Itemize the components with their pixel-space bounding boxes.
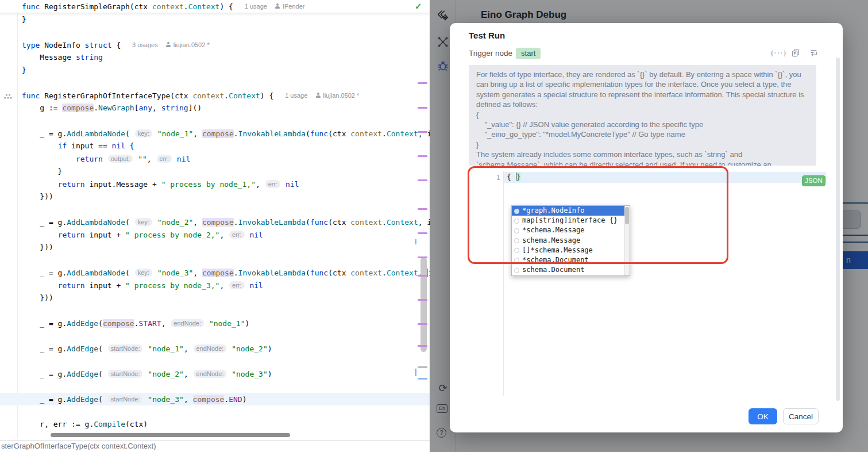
code-line[interactable] bbox=[0, 203, 430, 216]
code-token: ) { bbox=[219, 2, 237, 11]
modal-title: Test Run bbox=[469, 30, 505, 40]
code-token: func bbox=[310, 269, 328, 277]
screen: func RegisterSimpleGraph(ctx context.Con… bbox=[0, 0, 868, 452]
trigger-node-badge[interactable]: start bbox=[516, 48, 541, 59]
code-token bbox=[227, 344, 232, 353]
code-token: })) bbox=[22, 243, 53, 251]
parameter-hint-chip: err: bbox=[229, 281, 245, 289]
code-line[interactable]: _ = g.AddLambdaNode( key: "node_2", comp… bbox=[0, 216, 430, 228]
code-line[interactable]: return output: "", err: nil bbox=[0, 152, 430, 165]
import-icon[interactable] bbox=[809, 48, 819, 58]
code-token: . bbox=[184, 2, 188, 11]
autocomplete-item[interactable]: schema.Document bbox=[512, 265, 630, 275]
format-json-icon[interactable]: {···} bbox=[773, 48, 783, 58]
modal-scrollbar[interactable] bbox=[836, 58, 840, 401]
code-line[interactable] bbox=[0, 355, 430, 367]
code-token: , bbox=[193, 218, 202, 227]
parameter-hint-chip: key: bbox=[135, 218, 152, 226]
code-line[interactable]: _ = g.AddEdge( startNode: "node_3", comp… bbox=[0, 393, 430, 405]
code-token: compose bbox=[202, 269, 234, 277]
autocomplete-item[interactable]: []*schema.Message bbox=[512, 246, 630, 255]
code-line[interactable]: })) bbox=[0, 241, 430, 254]
code-token: RegisterGraphOfInterfaceType( bbox=[44, 91, 175, 100]
autocomplete-scrollbar-thumb[interactable] bbox=[625, 207, 629, 224]
code-line[interactable] bbox=[0, 304, 430, 317]
autocomplete-item[interactable]: *graph.NodeInfo bbox=[512, 206, 630, 216]
code-token: return bbox=[58, 281, 85, 290]
code-line[interactable] bbox=[0, 380, 430, 393]
code-token: input.Message + bbox=[85, 180, 161, 189]
code-line[interactable]: return input.Message + " process by node… bbox=[0, 178, 430, 190]
code-line[interactable] bbox=[0, 114, 430, 127]
vcs-change-marker bbox=[418, 155, 427, 157]
code-line[interactable]: return input + " process by node_3,", er… bbox=[0, 279, 430, 292]
code-token: ( bbox=[125, 269, 134, 277]
code-token: START bbox=[139, 319, 161, 328]
parameter-hint-chip: startNode: bbox=[108, 344, 143, 353]
horizontal-scrollbar[interactable] bbox=[51, 433, 290, 437]
code-line[interactable]: })) bbox=[0, 190, 430, 203]
code-token: , bbox=[184, 395, 193, 404]
code-line[interactable] bbox=[0, 254, 430, 266]
code-line[interactable] bbox=[0, 76, 430, 89]
code-line[interactable] bbox=[0, 405, 430, 418]
autocomplete-item[interactable]: *schema.Message bbox=[512, 225, 630, 235]
graph-gutter-icon[interactable] bbox=[3, 91, 13, 99]
json-code-line[interactable]: { } bbox=[507, 173, 520, 181]
code-line[interactable]: _ = g.AddEdge( startNode: "node_1", endN… bbox=[0, 342, 430, 355]
parameter-hint-chip: endNode: bbox=[194, 344, 227, 353]
code-line[interactable]: Message string bbox=[0, 51, 430, 64]
code-line[interactable]: g := compose.NewGraph[any, string]() bbox=[0, 102, 430, 114]
code-token: context bbox=[350, 129, 382, 138]
ok-button[interactable]: OK bbox=[749, 408, 777, 424]
code-line[interactable]: _ = g.AddEdge( startNode: "node_2", endN… bbox=[0, 367, 430, 380]
code-token: compose bbox=[193, 395, 225, 404]
autocomplete-scrollbar[interactable] bbox=[624, 206, 630, 275]
code-token: InvokableLambda bbox=[238, 129, 306, 138]
json-input-editor[interactable]: 1 { } JSON *graph.NodeInfomap[string]int… bbox=[469, 171, 826, 396]
code-token: "node_2" bbox=[157, 218, 194, 227]
code-line[interactable]: func RegisterGraphOfInterfaceType(ctx co… bbox=[0, 89, 430, 102]
sticky-code-line[interactable]: func RegisterSimpleGraph(ctx context.Con… bbox=[0, 0, 430, 13]
code-token: struct bbox=[85, 41, 112, 49]
code-token: END bbox=[229, 395, 242, 404]
code-line[interactable] bbox=[0, 330, 430, 342]
code-editor[interactable]: func RegisterSimpleGraph(ctx context.Con… bbox=[0, 0, 430, 452]
copy-icon[interactable] bbox=[791, 48, 801, 58]
code-token: ( bbox=[125, 129, 134, 138]
vertical-scrollbar[interactable] bbox=[421, 257, 427, 352]
autocomplete-item[interactable]: map[string]interface {} bbox=[512, 216, 630, 225]
code-token bbox=[22, 281, 58, 290]
cancel-button[interactable]: Cancel bbox=[783, 408, 819, 424]
code-line[interactable]: } bbox=[0, 64, 430, 76]
code-line[interactable]: type NodeInfo struct { 3 usagesliujian.0… bbox=[0, 39, 430, 51]
parameter-hint-chip: key: bbox=[135, 129, 152, 137]
code-token bbox=[22, 180, 58, 189]
autocomplete-item[interactable]: schema.Message bbox=[512, 236, 630, 246]
inspection-ok-icon[interactable]: ✓ bbox=[415, 1, 422, 12]
code-token: AddEdge bbox=[67, 395, 98, 404]
code-line[interactable]: r, err := g.Compile(ctx) bbox=[0, 418, 430, 431]
code-line[interactable]: return input + " process by node_2,", er… bbox=[0, 228, 430, 241]
code-line[interactable]: if input == nil { bbox=[0, 140, 430, 152]
code-token bbox=[153, 218, 157, 227]
code-token: _ = g. bbox=[22, 395, 67, 404]
parameter-hint-chip: output: bbox=[108, 155, 133, 163]
code-line[interactable]: })) bbox=[0, 292, 430, 304]
autocomplete-item[interactable]: *schema.Document bbox=[512, 255, 630, 265]
code-line[interactable]: _ = g.AddLambdaNode( key: "node_1", comp… bbox=[0, 127, 430, 140]
code-token bbox=[281, 180, 286, 189]
code-token: _ = g. bbox=[22, 129, 67, 138]
code-line[interactable]: _ = g.AddEdge(compose.START, endNode: "n… bbox=[0, 317, 430, 330]
code-token: NewGraph bbox=[98, 104, 134, 112]
code-line[interactable]: _ = g.AddLambdaNode( key: "node_3", comp… bbox=[0, 266, 430, 279]
code-token: ctx bbox=[134, 2, 152, 11]
code-token: nil bbox=[286, 180, 299, 189]
breadcrumb[interactable]: sterGraphOfInterfaceType(ctx context.Con… bbox=[0, 440, 430, 452]
code-line[interactable] bbox=[0, 26, 430, 39]
code-token: "node_3" bbox=[148, 395, 184, 404]
code-line[interactable]: } bbox=[0, 165, 430, 178]
code-token: if bbox=[58, 141, 67, 150]
code-line[interactable]: } bbox=[0, 13, 430, 26]
scrollbar-tick bbox=[415, 239, 416, 244]
